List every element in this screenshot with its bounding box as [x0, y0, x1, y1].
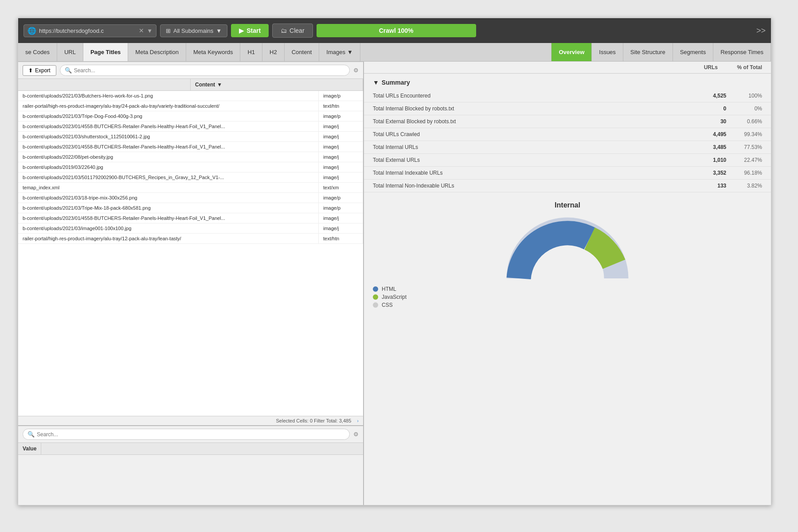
- close-tab-button[interactable]: ✕: [139, 27, 144, 34]
- chart-area: Internal: [364, 192, 771, 317]
- data-table: Content ▼ b-content/uploads/2021/03/Butc…: [18, 79, 363, 416]
- summary-section: ▼ Summary Total URLs Encountered 4,525 1…: [364, 74, 771, 192]
- tab-segments[interactable]: Segments: [673, 43, 714, 61]
- right-col-headers: URLs % of Total: [364, 62, 771, 74]
- tab-response-times[interactable]: Response Times: [713, 43, 771, 61]
- legend-dot-html: [373, 286, 378, 292]
- donut-chart-container: [505, 216, 630, 281]
- table-row[interactable]: b-content/uploads/2021/03/Tripe-Dog-Food…: [18, 111, 363, 121]
- tab-content[interactable]: Content: [285, 43, 320, 61]
- crawl-progress-button[interactable]: Crawl 100%: [317, 24, 476, 37]
- tab-page-titles[interactable]: Page Titles: [83, 43, 128, 61]
- left-toolbar: ⬆ Export 🔍 ⚙: [18, 62, 363, 79]
- search-input-left[interactable]: [74, 67, 345, 74]
- tab-site-structure[interactable]: Site Structure: [623, 43, 673, 61]
- scroll-right-button[interactable]: ›: [357, 418, 359, 423]
- summary-urls: 4,495: [700, 128, 735, 141]
- subdomain-icon: ⊞: [166, 27, 171, 34]
- url-dropdown-button[interactable]: ▼: [147, 27, 153, 34]
- pct-column-header: % of Total: [718, 64, 762, 70]
- content-cell: image/j: [319, 223, 363, 233]
- table-row[interactable]: b-content/uploads/2021/03/Tripe-Mix-18-p…: [18, 203, 363, 213]
- url-cell: b-content/uploads/2022/08/pet-obesity.jp…: [18, 152, 319, 162]
- subdomain-label: All Subdomains: [173, 27, 213, 34]
- subdomain-chevron: ▼: [216, 27, 222, 34]
- summary-pct: 0%: [735, 102, 771, 115]
- expand-button[interactable]: >>: [756, 26, 766, 35]
- table-row[interactable]: temap_index.xml text/xm: [18, 183, 363, 193]
- content-cell: image/j: [319, 142, 363, 152]
- table-row[interactable]: b-content/uploads/2022/08/pet-obesity.jp…: [18, 152, 363, 162]
- summary-urls: 0: [700, 102, 735, 115]
- content-cell: image/j: [319, 121, 363, 131]
- tab-issues[interactable]: Issues: [592, 43, 623, 61]
- search-box-left[interactable]: 🔍: [60, 65, 350, 76]
- legend-item-css: CSS: [373, 302, 407, 308]
- summary-urls: 30: [700, 115, 735, 128]
- tab-meta-description[interactable]: Meta Description: [128, 43, 186, 61]
- content-cell: image/j: [319, 152, 363, 162]
- content-cell: image/p: [319, 91, 363, 101]
- table-row[interactable]: b-content/uploads/2021/03/Butchers-Hero-…: [18, 91, 363, 101]
- table-row[interactable]: b-content/uploads/2021/03/shutterstock_1…: [18, 132, 363, 142]
- tab-response-codes[interactable]: se Codes: [18, 43, 57, 61]
- content-cell: image/j: [319, 162, 363, 172]
- tab-meta-keywords[interactable]: Meta Keywords: [186, 43, 241, 61]
- tab-overview[interactable]: Overview: [552, 43, 592, 61]
- summary-urls: 133: [700, 180, 735, 192]
- summary-urls: 1,010: [700, 154, 735, 167]
- chart-legend: HTML JavaScript CSS: [373, 286, 407, 308]
- url-column-header: [18, 79, 191, 90]
- summary-label: Total Internal URLs: [364, 141, 700, 154]
- url-cell: b-content/uploads/2021/03/5011792002900-…: [18, 172, 319, 182]
- right-panel: URLs % of Total ▼ Summary: [364, 62, 771, 505]
- summary-row: Total Internal Blocked by robots.txt 0 0…: [364, 102, 771, 115]
- main-content: ⬆ Export 🔍 ⚙ Content ▼: [18, 62, 771, 505]
- right-tabs-container: Overview Issues Site Structure Segments …: [551, 43, 771, 61]
- summary-label: Total Internal Indexable URLs: [364, 167, 700, 180]
- tab-bar: se Codes URL Page Titles Meta Descriptio…: [18, 43, 771, 62]
- status-bar: Selected Cells: 0 Filter Total: 3,485 ›: [18, 416, 363, 425]
- table-row[interactable]: b-content/uploads/2023/01/4558-BUTCHERS-…: [18, 142, 363, 152]
- summary-pct: 3.82%: [735, 180, 771, 192]
- url-cell: b-content/uploads/2021/03/18-tripe-mix-3…: [18, 193, 319, 203]
- content-cell: image/j: [319, 172, 363, 182]
- search-box-bottom[interactable]: 🔍: [23, 429, 350, 440]
- url-cell: b-content/uploads/2021/03/image001-100x1…: [18, 223, 319, 233]
- summary-label: Total Internal Blocked by robots.txt: [364, 102, 700, 115]
- table-row[interactable]: b-content/uploads/2019/03/22640.jpg imag…: [18, 162, 363, 172]
- summary-urls: 3,352: [700, 167, 735, 180]
- tab-url[interactable]: URL: [57, 43, 83, 61]
- tab-images[interactable]: Images ▼: [319, 43, 360, 61]
- summary-pct: 77.53%: [735, 141, 771, 154]
- toolbar: 🌐 https://butchersdogfood.c ✕ ▼ ⊞ All Su…: [18, 18, 771, 43]
- bottom-search-bar: 🔍 ⚙: [18, 426, 363, 443]
- tab-h1[interactable]: H1: [240, 43, 262, 61]
- subdomain-select[interactable]: ⊞ All Subdomains ▼: [160, 24, 227, 37]
- table-row[interactable]: b-content/uploads/2021/03/18-tripe-mix-3…: [18, 193, 363, 203]
- filter-icon-bottom[interactable]: ⚙: [353, 431, 359, 438]
- clear-button[interactable]: 🗂 Clear: [272, 23, 313, 38]
- search-input-bottom[interactable]: [37, 431, 345, 438]
- url-bar: 🌐 https://butchersdogfood.c ✕ ▼: [23, 24, 156, 37]
- export-button[interactable]: ⬆ Export: [23, 65, 56, 76]
- summary-title: ▼ Summary: [364, 74, 771, 90]
- summary-triangle: ▼: [373, 79, 379, 86]
- table-row[interactable]: b-content/uploads/2021/03/5011792002900-…: [18, 172, 363, 183]
- content-cell: image/j: [319, 132, 363, 141]
- content-cell: image/p: [319, 193, 363, 203]
- content-cell: image/p: [319, 203, 363, 213]
- summary-pct: 22.47%: [735, 154, 771, 167]
- tab-h2[interactable]: H2: [262, 43, 285, 61]
- start-button[interactable]: ▶ Start: [231, 24, 269, 37]
- table-row[interactable]: railer-portal/high-res-product-imagery/a…: [18, 234, 363, 244]
- table-row[interactable]: b-content/uploads/2023/01/4558-BUTCHERS-…: [18, 213, 363, 223]
- table-row[interactable]: b-content/uploads/2021/03/image001-100x1…: [18, 223, 363, 234]
- filter-icon-left[interactable]: ⚙: [353, 67, 359, 74]
- table-row[interactable]: b-content/uploads/2023/01/4558-BUTCHERS-…: [18, 121, 363, 132]
- summary-row: Total URLs Encountered 4,525 100%: [364, 90, 771, 102]
- summary-row: Total Internal URLs 3,485 77.53%: [364, 141, 771, 154]
- chart-title: Internal: [555, 201, 580, 209]
- url-cell: b-content/uploads/2021/03/Tripe-Mix-18-p…: [18, 203, 319, 213]
- table-row[interactable]: railer-portal/high-res-product-imagery/a…: [18, 101, 363, 111]
